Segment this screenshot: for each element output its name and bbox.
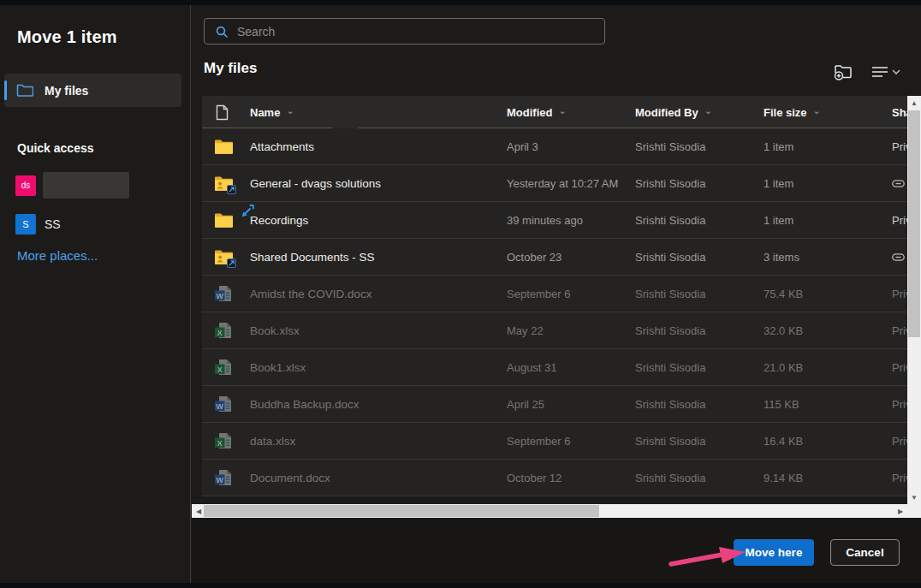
scroll-up-arrow-icon[interactable]: ▲: [907, 96, 921, 110]
sharing-status: Private: [892, 423, 907, 459]
table-row: W Buddha Backup.docxApril 25Srishti Siso…: [202, 386, 907, 423]
new-folder-button[interactable]: [830, 60, 856, 84]
file-size: 3 items: [764, 239, 799, 275]
svg-text:X: X: [217, 329, 223, 337]
sharing-label: Private: [892, 288, 907, 300]
file-name: Amidst the COVID.docx: [250, 276, 372, 312]
sharing-label: Private: [892, 435, 907, 448]
folder-shared-icon: [214, 165, 240, 201]
word-icon: W: [214, 276, 240, 312]
document-icon: [216, 104, 229, 121]
modified-by: Srishti Sisodia: [635, 349, 705, 385]
column-header-modified[interactable]: Modified⌄: [507, 96, 567, 128]
modified-by: Srishti Sisodia: [635, 423, 705, 459]
svg-text:X: X: [217, 439, 223, 448]
column-label: Modified: [507, 106, 552, 119]
folder-icon: [214, 202, 240, 238]
column-header-name[interactable]: Name⌄: [250, 96, 294, 128]
modified-by: Srishti Sisodia: [635, 276, 705, 312]
modified-date: April 25: [507, 386, 544, 422]
search-box[interactable]: [204, 18, 605, 45]
chevron-down-icon: [892, 69, 900, 75]
table-row[interactable]: Recordings39 minutes agoSrishti Sisodia1…: [202, 202, 907, 239]
excel-icon: X: [214, 423, 240, 459]
quick-access-item-ds[interactable]: ds: [15, 172, 178, 199]
modified-by: Srishti Sisodia: [635, 460, 705, 496]
column-header-file-size[interactable]: File size⌄: [764, 96, 821, 128]
file-name: data.xlsx: [250, 423, 295, 459]
file-type-header-icon[interactable]: [216, 96, 229, 128]
file-size: 1 item: [764, 202, 793, 238]
sidebar-item-my-files[interactable]: My files: [4, 74, 181, 107]
file-name: Book.xlsx: [250, 312, 300, 348]
table-row: W Amidst the COVID.docxSeptember 6Srisht…: [202, 276, 907, 312]
file-size: 1 item: [764, 128, 793, 164]
quick-access-item-ss[interactable]: S SS: [15, 211, 178, 237]
view-options-button[interactable]: [868, 62, 904, 81]
column-header-modified-by[interactable]: Modified By⌄: [635, 96, 712, 128]
modified-by: Srishti Sisodia: [635, 239, 705, 275]
table-row: X Book.xlsxMay 22Srishti Sisodia32.0 KBP…: [202, 312, 907, 349]
folder-icon: [214, 128, 240, 164]
svg-text:W: W: [216, 402, 223, 411]
file-name: Attachments: [250, 128, 314, 164]
table-row: X data.xlsxSeptember 6Srishti Sisodia16.…: [202, 423, 907, 460]
table-row[interactable]: Shared Documents - SSOctober 23Srishti S…: [202, 239, 907, 276]
horizontal-scrollbar-thumb[interactable]: [204, 505, 599, 517]
column-label: Sharing: [892, 106, 907, 119]
sharing-label: Private: [892, 361, 907, 374]
table-row[interactable]: General - dvags solutionsYesterday at 10…: [202, 165, 907, 202]
svg-text:X: X: [217, 365, 223, 374]
quick-access-item-label-redacted: [43, 172, 129, 199]
window-bottom-strip: [0, 583, 921, 588]
column-header-sharing[interactable]: Sharing⌄: [892, 96, 907, 128]
site-badge-s: S: [15, 214, 36, 235]
modified-date: Yesterday at 10:27 AM: [507, 165, 618, 201]
file-name: General - dvags solutions: [250, 165, 381, 201]
column-label: Modified By: [635, 106, 698, 119]
sharing-status: Shared: [892, 239, 907, 275]
modified-date: August 31: [507, 349, 557, 385]
modified-date: April 3: [507, 128, 538, 164]
sharing-label: Private: [892, 398, 907, 411]
cancel-button[interactable]: Cancel: [830, 539, 900, 566]
table-header: Name⌄ Modified⌄ Modified By⌄ File size⌄ …: [202, 96, 907, 128]
more-places-link[interactable]: More places...: [17, 248, 98, 263]
move-here-button[interactable]: Move here: [734, 539, 814, 566]
excel-icon: X: [214, 349, 240, 385]
table-row[interactable]: AttachmentsApril 3Srishti Sisodia1 itemP…: [202, 128, 907, 165]
sharing-status: Private: [892, 386, 907, 422]
search-icon: [216, 26, 228, 38]
file-size: 115 KB: [764, 386, 799, 422]
sharing-status: Private: [892, 128, 907, 164]
sharing-status: Private: [892, 460, 907, 496]
sidebar-item-label: My files: [45, 84, 88, 98]
scroll-right-arrow-icon[interactable]: ▶: [894, 504, 907, 518]
svg-text:W: W: [216, 292, 223, 300]
file-size: 9.14 KB: [764, 460, 803, 496]
vertical-scrollbar[interactable]: ▲ ▼: [907, 96, 921, 504]
file-table: Name⌄ Modified⌄ Modified By⌄ File size⌄ …: [202, 96, 907, 496]
modified-date: October 23: [507, 239, 562, 275]
site-badge-ds: ds: [15, 175, 36, 196]
search-input[interactable]: [235, 24, 604, 39]
link-icon: [892, 180, 905, 187]
horizontal-scrollbar[interactable]: ◀ ▶: [192, 504, 907, 518]
table-row: W Document.docxOctober 12Srishti Sisodia…: [202, 460, 907, 496]
chevron-down-icon: ⌄: [704, 105, 712, 116]
file-table-body: AttachmentsApril 3Srishti Sisodia1 itemP…: [202, 128, 907, 496]
word-icon: W: [214, 386, 240, 422]
chevron-down-icon: ⌄: [813, 105, 821, 116]
scroll-down-arrow-icon[interactable]: ▼: [907, 490, 921, 504]
sharing-label: Private: [892, 214, 907, 227]
modified-by: Srishti Sisodia: [635, 128, 705, 164]
shortcut-arrow-icon: [227, 185, 236, 194]
file-size: 16.4 KB: [764, 423, 803, 459]
vertical-scrollbar-thumb[interactable]: [908, 110, 920, 337]
file-size: 75.4 KB: [764, 276, 803, 312]
excel-icon: X: [214, 312, 240, 348]
file-size: 1 item: [764, 165, 793, 201]
sharing-status: Private: [892, 312, 907, 348]
table-row: X Book1.xlsxAugust 31Srishti Sisodia21.0…: [202, 349, 907, 386]
sidebar: Move 1 item My files Quick access ds S S…: [0, 5, 191, 583]
